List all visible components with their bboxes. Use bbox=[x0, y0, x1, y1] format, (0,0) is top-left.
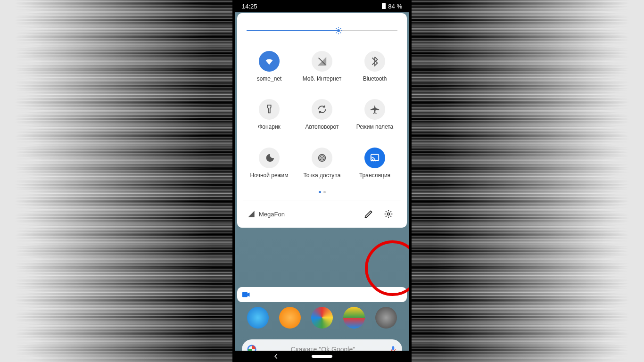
tile-cast[interactable]: Трансляция bbox=[348, 144, 401, 188]
cast-icon bbox=[364, 148, 385, 168]
battery-percent: 84 % bbox=[388, 3, 402, 10]
bluetooth-icon bbox=[364, 51, 385, 72]
svg-line-11 bbox=[340, 33, 341, 33]
svg-line-13 bbox=[340, 28, 341, 29]
battery-icon bbox=[381, 3, 386, 9]
qs-footer: MegaFon bbox=[243, 200, 401, 228]
flashlight-icon bbox=[259, 99, 280, 120]
status-bar: 14:25 84 % bbox=[235, 0, 409, 12]
signal-icon bbox=[248, 210, 255, 218]
svg-point-18 bbox=[388, 213, 390, 215]
edit-button[interactable] bbox=[361, 206, 377, 222]
svg-rect-1 bbox=[383, 3, 385, 3]
signal-off-icon bbox=[312, 51, 332, 72]
dock-row bbox=[235, 307, 409, 329]
settings-button[interactable] bbox=[380, 206, 396, 222]
tile-label: Фонарик bbox=[258, 123, 281, 130]
brightness-slider[interactable] bbox=[247, 25, 397, 39]
tile-airplane[interactable]: Режим полета bbox=[348, 95, 401, 140]
brightness-fill bbox=[247, 30, 339, 31]
tile-wifi[interactable]: some_net bbox=[243, 47, 296, 91]
quick-settings-panel: some_netМоб. ИнтернетBluetoothФонарикАвт… bbox=[237, 13, 407, 228]
page-dot[interactable] bbox=[319, 191, 321, 193]
tile-flashlight[interactable]: Фонарик bbox=[243, 95, 296, 140]
svg-rect-19 bbox=[242, 292, 248, 297]
tile-label: Bluetooth bbox=[363, 75, 387, 82]
tile-label: Режим полета bbox=[356, 123, 394, 130]
hotspot-icon bbox=[312, 148, 332, 168]
video-icon bbox=[242, 291, 250, 298]
dock-app[interactable] bbox=[375, 307, 397, 329]
carrier-name: MegaFon bbox=[259, 211, 357, 218]
dock-app[interactable] bbox=[343, 307, 365, 329]
home-pill[interactable] bbox=[312, 355, 332, 358]
tile-bluetooth[interactable]: Bluetooth bbox=[348, 47, 401, 91]
tile-label: Моб. Интернет bbox=[303, 75, 342, 82]
dock-app[interactable] bbox=[311, 307, 333, 329]
dock-app[interactable] bbox=[279, 307, 301, 329]
svg-line-10 bbox=[336, 28, 337, 29]
tile-label: Автоповорот bbox=[305, 123, 339, 130]
status-right: 84 % bbox=[381, 3, 402, 10]
svg-rect-0 bbox=[382, 3, 386, 9]
svg-rect-3 bbox=[392, 346, 395, 350]
quick-tiles-grid: some_netМоб. ИнтернетBluetoothФонарикАвт… bbox=[243, 47, 401, 188]
tile-label: Ночной режим bbox=[250, 172, 289, 179]
svg-line-12 bbox=[336, 33, 337, 33]
tile-rotate[interactable]: Автоповорот bbox=[296, 95, 348, 140]
phone-frame: 14:25 84 % Скажите "Ok Google" bbox=[232, 0, 412, 362]
dock-app[interactable] bbox=[247, 307, 269, 329]
chevron-left-icon bbox=[273, 353, 280, 360]
pencil-icon bbox=[364, 209, 373, 219]
rotate-icon bbox=[312, 99, 332, 120]
nav-bar bbox=[235, 351, 409, 362]
page-dot[interactable] bbox=[323, 191, 326, 193]
svg-point-14 bbox=[321, 157, 323, 159]
tile-label: Трансляция bbox=[359, 172, 390, 179]
tile-label: some_net bbox=[257, 75, 282, 82]
brightness-thumb-icon[interactable] bbox=[334, 26, 343, 35]
svg-point-5 bbox=[337, 29, 340, 32]
back-button[interactable] bbox=[273, 353, 280, 360]
tile-data[interactable]: Моб. Интернет bbox=[296, 47, 348, 91]
status-time: 14:25 bbox=[242, 3, 257, 10]
tile-hotspot[interactable]: Точка доступа bbox=[296, 144, 348, 188]
wifi-icon bbox=[259, 51, 280, 72]
notification-card[interactable] bbox=[237, 287, 407, 302]
tile-night[interactable]: Ночной режим bbox=[243, 144, 296, 188]
moon-icon bbox=[259, 148, 280, 168]
page-indicator[interactable] bbox=[243, 188, 401, 200]
tile-label: Точка доступа bbox=[303, 172, 340, 179]
airplane-icon bbox=[364, 99, 385, 120]
phone-screen: 14:25 84 % Скажите "Ok Google" bbox=[235, 0, 409, 362]
gear-icon bbox=[384, 209, 393, 219]
